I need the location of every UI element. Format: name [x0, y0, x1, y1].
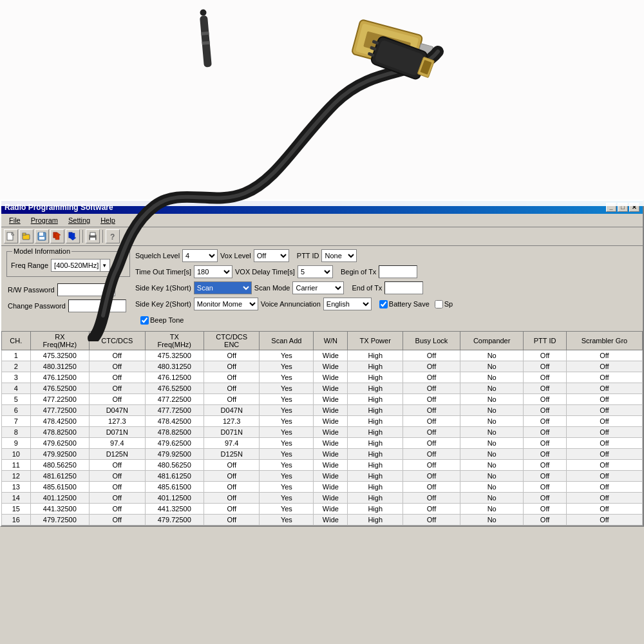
menu-help[interactable]: Help	[95, 215, 120, 225]
menu-program[interactable]: Program	[26, 215, 63, 225]
table-cell: Off	[566, 471, 642, 482]
table-cell: Off	[566, 482, 642, 493]
sidekey2-select[interactable]: Monitor MomeScan	[194, 298, 258, 310]
table-cell: Off	[402, 504, 460, 515]
table-cell: No	[460, 361, 523, 372]
table-row[interactable]: 5477.22500Off477.22500OffYesWideHighOffN…	[2, 394, 643, 405]
table-cell: Yes	[260, 482, 314, 493]
table-cell: Off	[90, 460, 145, 471]
table-cell: Off	[402, 405, 460, 416]
freq-range-dropdown-arrow[interactable]: ▼	[100, 260, 108, 271]
squelch-select[interactable]: 401235	[182, 249, 218, 262]
table-header-row: CH. RXFreq(MHz) CTC/DCS TXFreq(MHz) CTC/…	[2, 332, 643, 350]
table-cell: Yes	[260, 372, 314, 383]
ptt-id-select[interactable]: None	[321, 249, 357, 262]
svg-rect-4	[415, 43, 433, 66]
table-cell: Off	[90, 504, 145, 515]
table-row[interactable]: 8478.82500D071N478.82500D071NYesWideHigh…	[2, 427, 643, 438]
table-cell: Off	[524, 493, 567, 504]
table-cell: 97.4	[204, 438, 260, 449]
col-busylock: Busy Lock	[402, 332, 460, 350]
table-cell: Off	[204, 493, 260, 504]
open-button[interactable]	[19, 229, 33, 243]
table-cell: D047N	[90, 405, 145, 416]
voice-ann-select[interactable]: EnglishChinese	[323, 298, 372, 310]
change-password-label: Change Password	[8, 302, 66, 310]
table-cell: Yes	[260, 504, 314, 515]
sidekey1-select[interactable]: Scan MonitorScan Add	[194, 281, 252, 294]
beep-tone-checkbox[interactable]	[140, 316, 149, 325]
timeout-select[interactable]: 180306090120150	[194, 265, 232, 278]
minimize-button[interactable]: _	[606, 203, 616, 212]
table-row[interactable]: 9479.6250097.4479.6250097.4YesWideHighOf…	[2, 438, 643, 449]
save-button[interactable]	[35, 229, 49, 243]
table-row[interactable]: 3476.12500Off476.12500OffYesWideHighOffN…	[2, 372, 643, 383]
table-cell: Wide	[314, 504, 348, 515]
table-cell: Off	[566, 460, 642, 471]
table-row[interactable]: 1475.32500Off475.32500OffYesWideHighOffN…	[2, 350, 643, 361]
table-cell: Off	[402, 372, 460, 383]
title-bar-buttons: _ □ ✕	[606, 203, 639, 212]
begin-tx-input[interactable]	[379, 265, 417, 278]
table-cell: High	[348, 372, 403, 383]
table-cell: 479.92500	[145, 449, 204, 460]
table-cell: Off	[524, 460, 567, 471]
table-row[interactable]: 2480.31250Off480.31250OffYesWideHighOffN…	[2, 361, 643, 372]
table-row[interactable]: 16479.72500Off479.72500OffYesWideHighOff…	[2, 515, 643, 526]
table-cell: 477.22500	[145, 394, 204, 405]
end-tx-input[interactable]	[384, 281, 423, 294]
table-cell: Off	[524, 361, 567, 372]
change-password-input[interactable]	[68, 299, 126, 312]
svg-rect-21	[39, 232, 43, 236]
help-button[interactable]: ?	[106, 229, 120, 243]
table-cell: Off	[524, 405, 567, 416]
rw-password-input[interactable]	[57, 283, 115, 296]
menu-setting[interactable]: Setting	[63, 215, 95, 225]
print-button[interactable]	[86, 229, 100, 243]
table-cell: Wide	[314, 471, 348, 482]
table-cell: Yes	[260, 460, 314, 471]
table-row[interactable]: 6477.72500D047N477.72500D047NYesWideHigh…	[2, 405, 643, 416]
table-cell: 2	[2, 361, 31, 372]
table-row[interactable]: 13485.61500Off485.61500OffYesWideHighOff…	[2, 482, 643, 493]
table-cell: 12	[2, 471, 31, 482]
table-cell: Off	[524, 416, 567, 427]
table-cell: Off	[402, 427, 460, 438]
table-row[interactable]: 7478.42500127.3478.42500127.3YesWideHigh…	[2, 416, 643, 427]
table-cell: Off	[204, 482, 260, 493]
table-cell: 478.42500	[145, 416, 204, 427]
download-button[interactable]	[66, 229, 80, 243]
table-row[interactable]: 11480.56250Off480.56250OffYesWideHighOff…	[2, 460, 643, 471]
close-button[interactable]: ✕	[629, 203, 639, 212]
table-cell: Wide	[314, 449, 348, 460]
table-row[interactable]: 15441.32500Off441.32500OffYesWideHighOff…	[2, 504, 643, 515]
table-cell: Off	[524, 515, 567, 526]
table-cell: Off	[402, 515, 460, 526]
vox-delay-select[interactable]: 51234	[298, 265, 333, 278]
upload-button[interactable]	[50, 229, 64, 243]
table-row[interactable]: 4476.52500Off476.52500OffYesWideHighOffN…	[2, 383, 643, 394]
scan-mode-select[interactable]: CarrierTime	[292, 281, 344, 294]
table-cell: 1	[2, 350, 31, 361]
menu-file[interactable]: File	[4, 215, 26, 225]
svg-rect-10	[374, 39, 424, 76]
svg-rect-13	[368, 52, 375, 57]
table-cell: High	[348, 493, 403, 504]
table-row[interactable]: 10479.92500D125N479.92500D125NYesWideHig…	[2, 449, 643, 460]
table-cell: Wide	[314, 405, 348, 416]
table-cell: Wide	[314, 372, 348, 383]
table-cell: Off	[90, 383, 145, 394]
new-button[interactable]	[4, 229, 18, 243]
model-info-legend: Model Information	[12, 247, 71, 255]
table-row[interactable]: 14401.12500Off401.12500OffYesWideHighOff…	[2, 493, 643, 504]
svg-text:?: ?	[110, 232, 115, 241]
table-cell: No	[460, 394, 523, 405]
sp-checkbox[interactable]	[435, 300, 443, 308]
battery-save-checkbox[interactable]	[379, 300, 388, 308]
col-ch: CH.	[2, 332, 31, 350]
table-cell: High	[348, 350, 403, 361]
main-window: Radio Programming Software _ □ ✕ File Pr…	[0, 200, 644, 527]
vox-level-select[interactable]: Off123	[254, 249, 289, 262]
table-row[interactable]: 12481.61250Off481.61250OffYesWideHighOff…	[2, 471, 643, 482]
maximize-button[interactable]: □	[618, 203, 628, 212]
